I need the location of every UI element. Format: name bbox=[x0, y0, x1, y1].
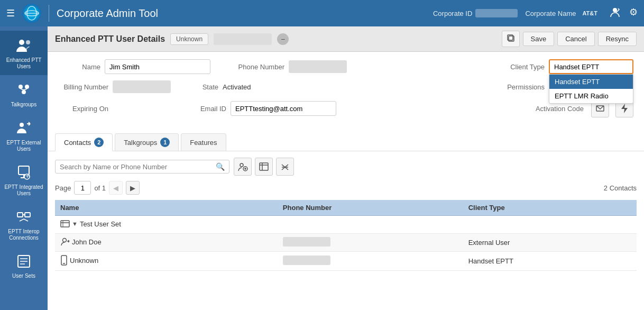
table-row[interactable]: John Doe External User bbox=[55, 234, 637, 252]
copy-button[interactable] bbox=[502, 31, 520, 47]
permissions-label: Permissions bbox=[502, 83, 545, 91]
name-input[interactable] bbox=[105, 59, 210, 74]
tabs-area: Contacts 2 Talkgroups 1 Features bbox=[48, 129, 644, 151]
main-content: Enhanced PTT User Details Unknown − Save… bbox=[48, 26, 644, 310]
status-badge: Unknown bbox=[170, 33, 208, 45]
row1-name-text: Test User Set bbox=[80, 220, 121, 228]
name-label: Name bbox=[58, 63, 100, 71]
row3-client-type: Handset EPTT bbox=[463, 252, 637, 271]
top-bar: ☰ Corporate Admin Tool Corporate ID Corp… bbox=[0, 0, 644, 26]
tab-contacts[interactable]: Contacts 2 bbox=[55, 133, 113, 151]
header-phone-blurred bbox=[214, 33, 272, 45]
user-icon[interactable] bbox=[609, 6, 621, 21]
row2-client-type: External User bbox=[463, 234, 637, 252]
next-page-btn[interactable]: ▶ bbox=[126, 181, 140, 195]
add-contact-btn[interactable] bbox=[234, 158, 252, 176]
sidebar-item-eptt-integrated[interactable]: + EPTT Integrated Users bbox=[0, 158, 48, 202]
dropdown-item-lmr[interactable]: EPTT LMR Radio bbox=[549, 89, 633, 103]
save-button[interactable]: Save bbox=[523, 32, 555, 46]
corporate-name-label: Corporate Name bbox=[525, 10, 576, 17]
pagination-row: Page of 1 ◀ ▶ 2 Contacts bbox=[55, 181, 637, 195]
svg-point-40 bbox=[63, 239, 67, 242]
sidebar-label-enhanced: Enhanced PTT Users bbox=[2, 57, 45, 70]
form-row-3: Expiring On Email ID Activation Code bbox=[58, 99, 633, 117]
state-label: State bbox=[197, 83, 218, 91]
client-type-label: Client Type bbox=[510, 63, 545, 71]
state-field: State Activated bbox=[197, 83, 251, 91]
add-talkgroup-btn[interactable] bbox=[255, 158, 273, 176]
resync-button[interactable]: Resync bbox=[598, 32, 637, 46]
eptt-integrated-icon: + bbox=[14, 163, 33, 182]
sidebar-label-interop: EPTT Interop Connections bbox=[2, 229, 45, 241]
nav-divider bbox=[49, 5, 49, 22]
tab-contacts-label: Contacts bbox=[64, 139, 91, 147]
tab-features[interactable]: Features bbox=[181, 133, 226, 151]
sidebar-item-interop[interactable]: EPTT Interop Connections bbox=[0, 202, 48, 247]
svg-point-27 bbox=[240, 163, 243, 167]
svg-rect-17 bbox=[25, 213, 30, 217]
activation-label: Activation Code bbox=[531, 105, 584, 113]
row1-name: ▼ Test User Set bbox=[55, 216, 278, 234]
eptt-external-icon bbox=[14, 118, 33, 138]
col-phone: Phone Number bbox=[278, 200, 463, 216]
talkgroups-icon bbox=[14, 80, 33, 99]
page-input[interactable] bbox=[74, 181, 91, 195]
expiring-field: Expiring On bbox=[58, 102, 171, 115]
client-type-select[interactable]: Handset EPTT EPTT LMR Radio bbox=[549, 59, 633, 74]
gear-icon[interactable]: ⚙ bbox=[629, 6, 638, 21]
sidebar-label-integrated: EPTT Integrated Users bbox=[2, 184, 45, 197]
row3-name-text: Unknown bbox=[70, 257, 98, 265]
sidebar-label-external: EPTT External Users bbox=[2, 140, 45, 152]
row2-phone-blurred bbox=[283, 237, 330, 247]
form-row-1: Name Phone Number Client Type Handset EP… bbox=[58, 59, 633, 74]
table-row[interactable]: ▼ Test User Set bbox=[55, 216, 637, 234]
app-title: Corporate Admin Tool bbox=[57, 7, 433, 20]
svg-marker-26 bbox=[621, 104, 628, 113]
row2-phone bbox=[278, 234, 463, 252]
search-input-wrap: 🔍 bbox=[55, 160, 229, 174]
sidebar-label-talkgroups: Talkgroups bbox=[11, 102, 36, 108]
search-row: 🔍 bbox=[55, 158, 637, 176]
email-label: Email ID bbox=[197, 105, 226, 113]
row1-phone bbox=[278, 216, 463, 234]
contacts-table: Name Phone Number Client Type bbox=[55, 200, 637, 271]
group-icon: ▼ Test User Set bbox=[60, 219, 121, 229]
interop-icon bbox=[14, 207, 33, 226]
tab-contacts-badge: 2 bbox=[94, 138, 104, 147]
form-area: Name Phone Number Client Type Handset EP… bbox=[48, 52, 644, 129]
corporate-id-value bbox=[475, 9, 518, 17]
phone-field: Phone Number bbox=[237, 60, 347, 73]
table-header-row: Name Phone Number Client Type bbox=[55, 200, 637, 216]
row2-name-text: John Doe bbox=[72, 238, 102, 246]
client-type-area: Client Type Handset EPTT EPTT LMR Radio … bbox=[510, 59, 633, 74]
toolbar-icons bbox=[234, 158, 294, 176]
svg-point-10 bbox=[20, 123, 24, 127]
tab-talkgroups[interactable]: Talkgroups 1 bbox=[115, 133, 179, 151]
top-icons: ⚙ bbox=[609, 6, 638, 21]
cancel-button[interactable]: Cancel bbox=[557, 32, 594, 46]
sidebar: Enhanced PTT Users Talkgroups bbox=[0, 26, 48, 310]
hamburger-menu[interactable]: ☰ bbox=[6, 7, 15, 19]
dropdown-item-handset[interactable]: Handset EPTT bbox=[549, 75, 633, 89]
sidebar-item-eptt-external[interactable]: EPTT External Users bbox=[0, 113, 48, 158]
search-input[interactable] bbox=[60, 163, 216, 171]
table-row[interactable]: Unknown Handset EPTT bbox=[55, 252, 637, 271]
prev-page-btn[interactable]: ◀ bbox=[109, 181, 123, 195]
sidebar-item-user-sets[interactable]: User Sets bbox=[0, 247, 48, 285]
search-icon: 🔍 bbox=[216, 162, 225, 171]
tools-btn[interactable] bbox=[276, 158, 294, 176]
svg-point-9 bbox=[22, 90, 26, 94]
tab-features-label: Features bbox=[190, 139, 217, 147]
svg-point-6 bbox=[26, 40, 30, 44]
name-field: Name bbox=[58, 59, 210, 74]
sidebar-item-talkgroups[interactable]: Talkgroups bbox=[0, 75, 48, 113]
sidebar-item-enhanced-ptt-users[interactable]: Enhanced PTT Users bbox=[0, 31, 48, 75]
svg-point-8 bbox=[25, 85, 29, 89]
email-input[interactable] bbox=[231, 101, 336, 116]
external-user-icon: John Doe bbox=[60, 237, 102, 247]
page-title: Enhanced PTT User Details bbox=[55, 34, 165, 44]
row3-phone bbox=[278, 252, 463, 271]
minus-button[interactable]: − bbox=[277, 33, 289, 45]
billing-field: Billing Number bbox=[58, 80, 171, 93]
form-row-2: Billing Number State Activated Permissio… bbox=[58, 80, 633, 93]
